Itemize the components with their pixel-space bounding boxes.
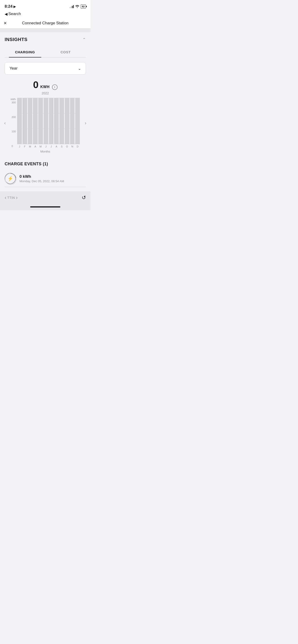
back-chevron-icon: ◀ — [5, 12, 8, 16]
x-label-f: F — [23, 145, 27, 148]
nav-forward-arrow[interactable]: › — [16, 195, 18, 201]
info-button[interactable]: i — [52, 84, 58, 90]
tab-charging-label: CHARGING — [15, 50, 35, 54]
charge-events-title: CHARGE EVENTS (1) — [5, 162, 86, 166]
dropdown-chevron-icon: ⌄ — [78, 66, 81, 71]
bottom-nav: ‹ TTIN › ↺ — [0, 192, 91, 204]
bar-sep — [59, 98, 64, 144]
header-bar: × Connected Charge Station — [0, 18, 91, 28]
charge-event-item: ⚡ 0 kWh Monday, Dec 05, 2022, 08:54 AM — [5, 170, 86, 187]
tabs-section: CHARGING COST — [0, 47, 91, 58]
event-value: 0 kWh — [20, 174, 64, 179]
x-label-d: D — [75, 145, 80, 148]
insights-header: INSIGHTS ⌃ — [5, 37, 86, 42]
status-bar: 8:24 ▶ 82 — [0, 0, 91, 11]
chart-section: 0 KWH i 2022 ‹ › kWh 300 200 100 0 — [0, 75, 91, 153]
back-button[interactable]: ◀ Search — [5, 12, 86, 16]
x-label-m1: M — [28, 145, 33, 148]
x-labels: J F M A M J J A S O N D — [17, 145, 80, 148]
top-spacer — [0, 28, 91, 32]
signal-bar-2 — [71, 6, 72, 8]
signal-bar-4 — [73, 5, 74, 8]
dropdown-section: Year ⌄ — [0, 58, 91, 75]
x-label-n: N — [70, 145, 75, 148]
bar-oct — [65, 98, 69, 144]
charge-events-section: CHARGE EVENTS (1) ⚡ 0 kWh Monday, Dec 05… — [0, 157, 91, 187]
bar-jan — [17, 98, 22, 144]
close-button[interactable]: × — [4, 21, 7, 26]
period-dropdown[interactable]: Year ⌄ — [5, 62, 86, 75]
y-label-200: 200 — [12, 116, 16, 118]
bottom-spacer — [0, 187, 91, 192]
time-display: 8:24 — [5, 4, 13, 9]
home-bar — [30, 206, 60, 208]
chart-unit: KWH — [40, 85, 50, 89]
bar-aug — [54, 98, 59, 144]
status-time: 8:24 ▶ — [5, 4, 16, 9]
chart-next-button[interactable]: › — [83, 118, 88, 128]
signal-bar-3 — [72, 6, 73, 8]
x-axis-title: Months — [2, 150, 88, 153]
bar-feb — [23, 98, 27, 144]
charge-event-info: 0 kWh Monday, Dec 05, 2022, 08:54 AM — [20, 174, 64, 183]
bar-may — [38, 98, 43, 144]
event-date: Monday, Dec 05, 2022, 08:54 AM — [20, 180, 64, 183]
nav-back-section: ◀ Search — [0, 11, 91, 18]
nav-back-arrow[interactable]: ‹ — [5, 195, 6, 201]
x-label-o: O — [65, 145, 69, 148]
charge-event-icon: ⚡ — [5, 173, 16, 184]
x-label-a2: A — [54, 145, 59, 148]
x-label-a1: A — [33, 145, 38, 148]
battery-level: 82 — [82, 5, 85, 8]
bar-jul — [49, 98, 54, 144]
tabs-row: CHARGING COST — [5, 47, 86, 58]
signal-bar-1 — [70, 7, 70, 8]
y-label-0: 0 — [12, 145, 16, 148]
tab-cost[interactable]: COST — [45, 47, 86, 57]
charge-arc-svg — [5, 173, 17, 185]
x-label-m2: M — [38, 145, 43, 148]
wifi-icon — [75, 5, 79, 8]
dropdown-selected-value: Year — [10, 66, 18, 71]
home-indicator — [0, 204, 91, 210]
chart-total-value: 0 — [33, 79, 38, 90]
chart-nav-container: ‹ › kWh 300 200 100 0 — [2, 98, 88, 148]
chart-bars-area: J F M A M J J A S O N D — [17, 98, 80, 148]
chart-prev-button[interactable]: ‹ — [2, 118, 8, 128]
bar-mar — [28, 98, 33, 144]
bar-jun — [44, 98, 48, 144]
battery-indicator: 82 — [81, 4, 86, 8]
bar-dec — [75, 98, 80, 144]
chart-value-row: 0 KWH i — [2, 79, 88, 90]
tab-cost-label: COST — [61, 50, 71, 54]
bar-apr — [33, 98, 38, 144]
refresh-button[interactable]: ↺ — [82, 195, 86, 201]
page-title: Connected Charge Station — [22, 21, 69, 26]
back-label: Search — [8, 12, 21, 16]
y-axis-title: kWh — [11, 98, 16, 100]
location-arrow-icon: ▶ — [14, 5, 16, 8]
insights-collapse-icon[interactable]: ⌃ — [82, 37, 86, 42]
x-label-j3: J — [49, 145, 54, 148]
x-label-j1: J — [17, 145, 22, 148]
insights-title: INSIGHTS — [5, 37, 27, 42]
status-icons: 82 — [70, 4, 86, 8]
y-label-100: 100 — [12, 130, 16, 133]
tab-charging[interactable]: CHARGING — [5, 47, 45, 57]
bar-nov — [70, 98, 75, 144]
y-label-300: 300 — [12, 101, 16, 104]
insights-section: INSIGHTS ⌃ — [0, 32, 91, 42]
chart-bars — [17, 98, 80, 144]
chart-year: 2022 — [2, 91, 88, 95]
nav-text: TTIN — [7, 196, 15, 200]
signal-bars — [70, 5, 74, 8]
x-label-j2: J — [44, 145, 48, 148]
bottom-nav-left: ‹ TTIN › — [5, 195, 18, 201]
x-label-s: S — [59, 145, 64, 148]
